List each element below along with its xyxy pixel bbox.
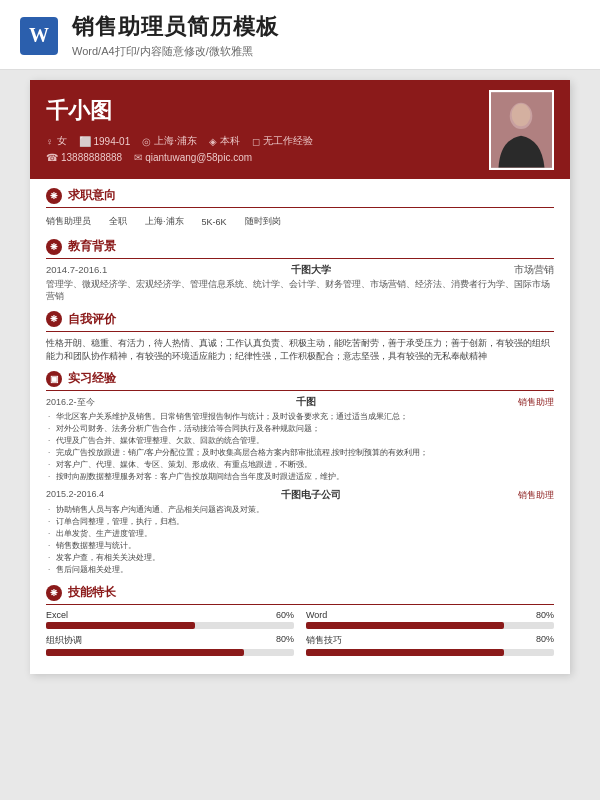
email-icon: ✉	[134, 152, 142, 163]
skill-name-excel: Excel	[46, 610, 68, 620]
skill-bar-fill-word	[306, 622, 504, 629]
skills-grid: Excel 60% Word 80%	[46, 610, 554, 656]
section-experience: ▣ 实习经验 2016.2-至今 千图 销售助理 华北区客户关系维护及销售。日常…	[46, 370, 554, 576]
int-city: 上海·浦东	[145, 215, 184, 228]
selfeval-icon: ❋	[46, 311, 62, 327]
exp-company-1: 千图	[296, 396, 316, 409]
exp-header-2: 2015.2-2016.4 千图电子公司 销售助理	[46, 489, 554, 502]
exp-bullet: 对外公司财务、法务分析广告合作，活动接洽等合同执行及各种规款问题；	[56, 423, 554, 435]
exp-company-2: 千图电子公司	[281, 489, 341, 502]
edu-row: 2014.7-2016.1 千图大学 市场营销	[46, 264, 554, 277]
intention-row: 销售助理员 全职 上海·浦东 5K-6K 随时到岗	[46, 213, 554, 230]
education-icon: ❋	[46, 239, 62, 255]
exp-header-1: 2016.2-至今 千图 销售助理	[46, 396, 554, 409]
edu-school: 千图大学	[291, 264, 331, 277]
skill-bar-fill-sales	[306, 649, 504, 656]
info-email: ✉ qiantuwang@58pic.com	[134, 152, 252, 163]
int-time: 随时到岗	[245, 215, 281, 228]
skills-title: ❋ 技能特长	[46, 584, 554, 605]
edu-text: 本科	[220, 134, 240, 148]
skill-label-row: 组织协调 80%	[46, 634, 294, 647]
skill-name-sales: 销售技巧	[306, 634, 342, 647]
candidate-name: 千小图	[46, 96, 554, 126]
email-text: qiantuwang@58pic.com	[145, 152, 252, 163]
info-gender: ♀ 女	[46, 134, 67, 148]
section-education: ❋ 教育背景 2014.7-2016.1 千图大学 市场营销 管理学、微观经济学…	[46, 238, 554, 303]
exp-block-2: 2015.2-2016.4 千图电子公司 销售助理 协助销售人员与客户沟通沟通、…	[46, 489, 554, 576]
exp-bullet: 订单合同整理，管理，执行，归档。	[56, 516, 554, 528]
banner-text: 销售助理员简历模板 Word/A4打印/内容随意修改/微软雅黑	[72, 12, 279, 59]
int-type: 全职	[109, 215, 127, 228]
svg-point-2	[512, 104, 531, 127]
skill-name-word: Word	[306, 610, 327, 620]
exp-bullets-2: 协助销售人员与客户沟通沟通、产品相关问题咨询及对策。 订单合同整理，管理，执行，…	[46, 504, 554, 576]
exp-bullet: 代理及广告合并、媒体管理整理、欠款、回款的统合管理。	[56, 435, 554, 447]
section-skills: ❋ 技能特长 Excel 60% Word 80%	[46, 584, 554, 656]
exp-bullets-1: 华北区客户关系维护及销售。日常销售管理报告制作与统计；及时设备要求充；通过适当成…	[46, 411, 554, 483]
phone-icon: ☎	[46, 152, 58, 163]
exp-bullet: 发客户查，有相关关决处理。	[56, 552, 554, 564]
birth-text: 1994-01	[94, 136, 131, 147]
banner-subtitle: Word/A4打印/内容随意修改/微软雅黑	[72, 44, 279, 59]
edu-major: 市场营销	[514, 264, 554, 277]
section-selfeval: ❋ 自我评价 性格开朗、稳重、有活力，待人热情、真诚；工作认真负责、积极主动，能…	[46, 311, 554, 363]
header-info-row2: ☎ 13888888888 ✉ qiantuwang@58pic.com	[46, 152, 554, 163]
skill-pct-org: 80%	[276, 634, 294, 647]
exp-period-2: 2015.2-2016.4	[46, 489, 104, 502]
exp-text: 无工作经验	[263, 134, 313, 148]
exp-bullet: 完成广告投放跟进：销广/客户分配位置；及时收集高层合格方案内部审批流程,按时控制…	[56, 447, 554, 459]
int-position: 销售助理员	[46, 215, 91, 228]
gender-text: 女	[57, 134, 67, 148]
info-phone: ☎ 13888888888	[46, 152, 122, 163]
skill-bar-bg	[306, 622, 554, 629]
experience-icon: ▣	[46, 371, 62, 387]
top-banner: W 销售助理员简历模板 Word/A4打印/内容随意修改/微软雅黑	[0, 0, 600, 70]
skill-pct-word: 80%	[536, 610, 554, 620]
banner-title: 销售助理员简历模板	[72, 12, 279, 42]
exp-bullet: 出单发货、生产进度管理。	[56, 528, 554, 540]
exp-bullet: 按时向副数据整理服务对客：客户广告投放期间结合当年度及时跟进适应，维护。	[56, 471, 554, 483]
skill-bar-fill-excel	[46, 622, 195, 629]
location-icon: ◎	[142, 136, 151, 147]
skill-sales: 销售技巧 80%	[306, 634, 554, 656]
exp-role-2: 销售助理	[518, 489, 554, 502]
location-text: 上海·浦东	[154, 134, 197, 148]
experience-title: ▣ 实习经验	[46, 370, 554, 391]
edu-icon: ◈	[209, 136, 217, 147]
exp-bullet: 销售数据整理与统计。	[56, 540, 554, 552]
skill-pct-sales: 80%	[536, 634, 554, 647]
intention-icon: ❋	[46, 188, 62, 204]
info-location: ◎ 上海·浦东	[142, 134, 197, 148]
word-icon: W	[20, 17, 58, 55]
intention-title: ❋ 求职意向	[46, 187, 554, 208]
phone-text: 13888888888	[61, 152, 122, 163]
resume-paper: 千小图 ♀ 女 ⬜ 1994-01 ◎ 上海·浦东 ◈ 本科 ◻ 无工作经验	[30, 80, 570, 674]
skill-word: Word 80%	[306, 610, 554, 629]
exp-period-1: 2016.2-至今	[46, 396, 95, 409]
section-intention: ❋ 求职意向 销售助理员 全职 上海·浦东 5K-6K 随时到岗	[46, 187, 554, 230]
skill-name-org: 组织协调	[46, 634, 82, 647]
exp-block-1: 2016.2-至今 千图 销售助理 华北区客户关系维护及销售。日常销售管理报告制…	[46, 396, 554, 483]
gender-icon: ♀	[46, 136, 54, 147]
birth-icon: ⬜	[79, 136, 91, 147]
exp-bullet: 售后问题相关处理。	[56, 564, 554, 576]
skill-bar-bg	[306, 649, 554, 656]
skill-label-row: Word 80%	[306, 610, 554, 620]
photo-box	[489, 90, 554, 170]
skill-label-row: Excel 60%	[46, 610, 294, 620]
skill-bar-fill-org	[46, 649, 244, 656]
edu-desc: 管理学、微观经济学、宏观经济学、管理信息系统、统计学、会计学、财务管理、市场营销…	[46, 279, 554, 303]
selfeval-title: ❋ 自我评价	[46, 311, 554, 332]
edu-period: 2014.7-2016.1	[46, 264, 107, 277]
selfeval-text: 性格开朗、稳重、有活力，待人热情、真诚；工作认真负责、积极主动，能吃苦耐劳，善于…	[46, 337, 554, 363]
skill-org: 组织协调 80%	[46, 634, 294, 656]
skill-pct-excel: 60%	[276, 610, 294, 620]
exp-bullet: 对客户广、代理、媒体、专区、策划、形成依、有重点地跟进，不断强。	[56, 459, 554, 471]
skill-excel: Excel 60%	[46, 610, 294, 629]
skills-icon: ❋	[46, 585, 62, 601]
resume-body: ❋ 求职意向 销售助理员 全职 上海·浦东 5K-6K 随时到岗	[30, 179, 570, 674]
int-salary: 5K-6K	[202, 215, 227, 228]
resume-header: 千小图 ♀ 女 ⬜ 1994-01 ◎ 上海·浦东 ◈ 本科 ◻ 无工作经验	[30, 80, 570, 179]
info-edu: ◈ 本科	[209, 134, 240, 148]
skill-bar-bg	[46, 622, 294, 629]
